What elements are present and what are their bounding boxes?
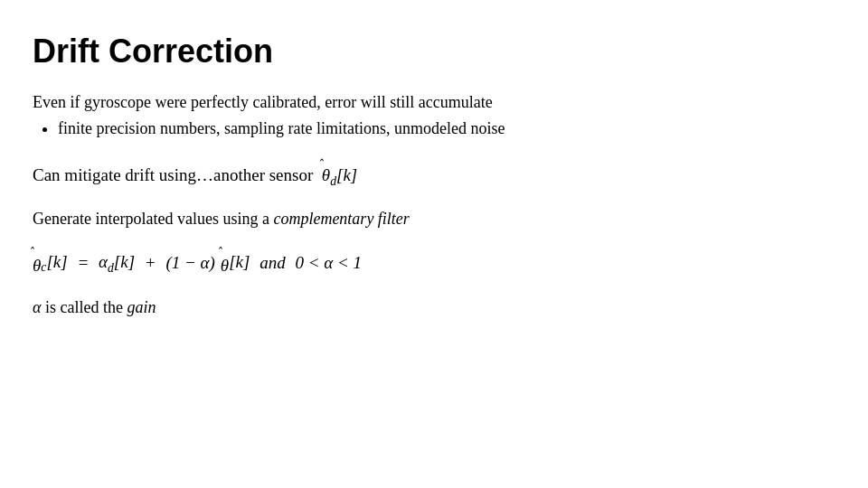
alpha-symbol: α [33,298,41,316]
slide: Drift Correction Even if gyroscope were … [0,0,868,488]
gain-label: gain [127,298,156,316]
formula-plus: + [140,250,160,277]
paragraph-3-prefix: Generate interpolated values using a [33,210,269,228]
complementary-filter-label: complementary filter [273,210,409,228]
bullet-list: finite precision numbers, sampling rate … [58,117,825,141]
paragraph-3: Generate interpolated values using a com… [33,207,825,231]
slide-title: Drift Correction [33,33,825,70]
paragraph-2-prefix: Can mitigate drift using…another sensor [33,165,313,184]
paragraph-2-text: Can mitigate drift using…another sensor … [33,165,357,184]
paragraph-2: Can mitigate drift using…another sensor … [33,157,825,191]
paragraph-4-prefix: is called the [45,298,127,316]
formula-lhs: ̂ θ c[k] [33,248,68,279]
formula-constraint: 0 < α < 1 [295,250,362,277]
paragraph-1-main: Even if gyroscope were perfectly calibra… [33,90,825,115]
formula-one-minus-alpha: (1 − α) [165,250,214,277]
formula-and: and [255,250,289,277]
main-formula: ̂ θ c[k] = αd[k] + (1 − α) ̂ θ [k] and 0… [33,248,825,279]
bullet-item-1: finite precision numbers, sampling rate … [58,117,825,141]
paragraph-4: α is called the gain [33,296,825,320]
paragraph-1: Even if gyroscope were perfectly calibra… [33,90,825,141]
formula-alpha-d: αd[k] [99,249,135,277]
formula-theta-d: ̂ θ d[k] [317,165,357,184]
formula-equals: = [73,250,93,277]
formula-theta-hat: ̂ θ [k] [221,248,250,279]
